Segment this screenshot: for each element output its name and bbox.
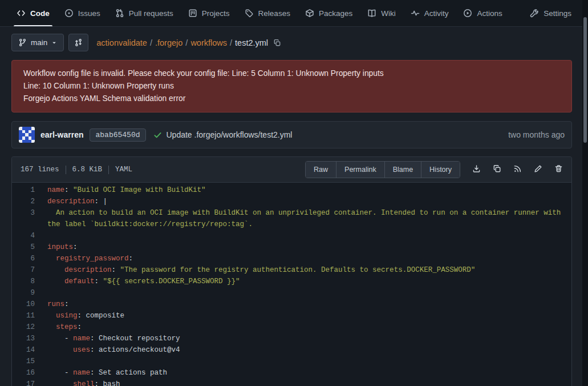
tab-settings[interactable]: Settings — [522, 0, 579, 26]
breadcrumb-segment-forgejo[interactable]: .forgejo — [155, 38, 183, 47]
line-number[interactable]: 12 — [12, 321, 47, 333]
line-number[interactable]: 4 — [12, 230, 47, 242]
code-view: 1name: "Build OCI Image with BuildKit"2d… — [12, 183, 571, 386]
tab-issues[interactable]: Issues — [57, 0, 108, 26]
line-source: runs: — [47, 299, 571, 310]
code-line: 10runs: — [12, 299, 571, 310]
line-number[interactable]: 11 — [12, 310, 47, 321]
copy-icon[interactable] — [493, 164, 501, 173]
edit-icon[interactable] — [534, 164, 542, 173]
line-number[interactable]: 9 — [12, 287, 47, 299]
branch-icon — [18, 38, 27, 47]
code-line: 1name: "Build OCI Image with BuildKit" — [12, 184, 571, 196]
tab-packages[interactable]: Packages — [298, 0, 360, 26]
commit-hash-badge[interactable]: abab65450d — [90, 128, 145, 142]
divider — [66, 166, 66, 174]
line-source: - name: Set actions path — [47, 367, 571, 379]
code-line: 17 shell: bash — [12, 379, 571, 386]
blame-button[interactable]: Blame — [384, 162, 421, 178]
book-icon — [367, 9, 376, 18]
line-source — [47, 230, 571, 242]
line-source: uses: actions/checkout@v4 — [47, 344, 571, 356]
error-line: Line: 10 Column 1: Unknown Property runs — [23, 80, 560, 93]
wrench-icon — [530, 9, 539, 18]
line-number[interactable]: 3 — [12, 207, 47, 230]
file-language: YAML — [115, 166, 132, 174]
error-line: Forgejo Actions YAML Schema validation e… — [23, 93, 560, 105]
breadcrumb: actionvalidate/.forgejo/workflows/test2.… — [96, 38, 281, 47]
file-size: 6.8 KiB — [72, 166, 103, 174]
download-icon[interactable] — [472, 164, 481, 173]
scrollbar-thumb[interactable] — [583, 17, 587, 143]
line-source: inputs: — [47, 242, 571, 253]
copy-path-icon[interactable] — [273, 39, 281, 47]
line-number[interactable]: 10 — [12, 299, 47, 310]
page-content: main actionvalidate/.forgejo/workflows/t… — [0, 27, 582, 386]
code-icon — [17, 9, 26, 18]
code-line: 3 An action to build an OCI image with B… — [12, 207, 571, 230]
line-number[interactable]: 6 — [12, 253, 47, 264]
repo-tab-bar: CodeIssuesPull requestsProjectsReleasesP… — [0, 0, 588, 27]
file-header: 167 lines 6.8 KiB YAML RawPermalinkBlame… — [12, 157, 571, 183]
code-line: 9 — [12, 287, 571, 299]
tab-wiki[interactable]: Wiki — [360, 0, 403, 26]
code-line: 12 steps: — [12, 321, 571, 333]
tab-pull-requests[interactable]: Pull requests — [108, 0, 181, 26]
error-line: Workflow config file is invalid. Please … — [23, 67, 560, 80]
breadcrumb-separator: / — [147, 38, 155, 47]
line-source — [47, 356, 571, 367]
pulse-icon — [411, 9, 420, 18]
line-number[interactable]: 1 — [12, 184, 47, 196]
tab-actions[interactable]: Actions — [456, 0, 509, 26]
page-scrollbar[interactable] — [582, 0, 588, 386]
tag-icon — [245, 9, 254, 18]
delete-icon[interactable] — [554, 164, 563, 173]
breadcrumb-segment-actionvalidate[interactable]: actionvalidate — [96, 38, 147, 47]
branch-name: main — [31, 38, 47, 47]
history-button[interactable]: History — [421, 162, 460, 178]
line-source: name: "Build OCI Image with BuildKit" — [47, 184, 571, 196]
line-number[interactable]: 5 — [12, 242, 47, 253]
line-number[interactable]: 13 — [12, 333, 47, 344]
code-line: 16 - name: Set actions path — [12, 367, 571, 379]
breadcrumb-segment-test2-yml: test2.yml — [235, 38, 268, 47]
tab-activity[interactable]: Activity — [403, 0, 456, 26]
line-source: registry_password: — [47, 253, 571, 264]
file-line-count: 167 lines — [21, 166, 59, 174]
line-source: steps: — [47, 321, 571, 333]
code-line: 8 default: "${{ secrets.DOCKER_PASSWORD … — [12, 276, 571, 287]
package-icon — [305, 9, 314, 18]
line-number[interactable]: 8 — [12, 276, 47, 287]
code-line: 13 - name: Checkout repository — [12, 333, 571, 344]
line-number[interactable]: 17 — [12, 379, 47, 386]
line-number[interactable]: 2 — [12, 196, 47, 207]
branch-selector-button[interactable]: main — [11, 34, 64, 51]
tab-code[interactable]: Code — [9, 0, 57, 26]
file-view-panel: 167 lines 6.8 KiB YAML RawPermalinkBlame… — [11, 156, 572, 386]
tab-releases[interactable]: Releases — [237, 0, 298, 26]
line-number[interactable]: 7 — [12, 264, 47, 276]
line-number[interactable]: 15 — [12, 356, 47, 367]
commit-message[interactable]: Update .forgejo/workflows/test2.yml — [167, 130, 293, 139]
commit-time: two months ago — [508, 130, 565, 139]
commit-status-check-icon[interactable] — [153, 131, 162, 139]
breadcrumb-segment-workflows[interactable]: workflows — [190, 38, 227, 47]
code-line: 11 using: composite — [12, 310, 571, 321]
line-number[interactable]: 14 — [12, 344, 47, 356]
line-number[interactable]: 16 — [12, 367, 47, 379]
line-source: description: | — [47, 196, 571, 207]
chevron-down-icon — [51, 40, 57, 46]
project-icon — [188, 9, 197, 18]
file-actions: RawPermalinkBlameHistory — [305, 161, 563, 178]
latest-commit-bar: earl-warren abab65450d Update .forgejo/w… — [11, 121, 572, 148]
branch-breadcrumb-row: main actionvalidate/.forgejo/workflows/t… — [11, 34, 572, 51]
issue-icon — [64, 9, 74, 18]
permalink-button[interactable]: Permalink — [336, 162, 384, 178]
raw-button[interactable]: Raw — [306, 162, 336, 178]
commit-author[interactable]: earl-warren — [40, 130, 83, 139]
rss-icon[interactable] — [513, 164, 522, 173]
file-info: 167 lines 6.8 KiB YAML — [21, 166, 132, 174]
avatar[interactable] — [19, 127, 35, 143]
compare-button[interactable] — [68, 34, 88, 51]
tab-projects[interactable]: Projects — [181, 0, 237, 26]
